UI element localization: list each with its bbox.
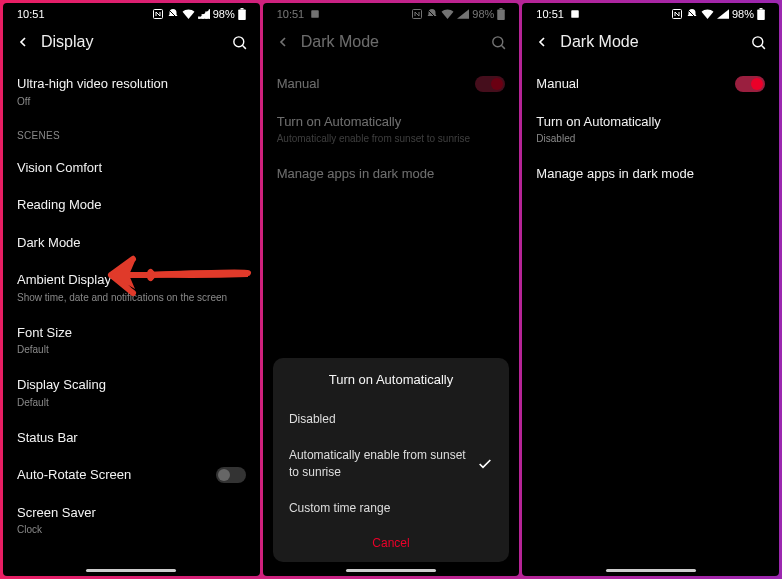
chevron-left-icon [15,34,31,50]
setting-auto-rotate[interactable]: Auto-Rotate Screen [17,456,246,494]
home-indicator[interactable] [606,569,696,572]
three-screenshot-container: 10:51 98% Display Ultra-high video resol… [0,0,782,579]
setting-label: Auto-Rotate Screen [17,466,131,484]
setting-screen-saver[interactable]: Screen Saver Clock [17,494,246,547]
status-time: 10:51 [17,8,45,20]
home-indicator[interactable] [346,569,436,572]
dnd-icon [686,8,698,20]
setting-sub: Disabled [536,132,765,145]
setting-manage-apps[interactable]: Manage apps in dark mode [277,155,506,193]
setting-label: Display Scaling [17,376,246,394]
status-time: 10:51 [277,8,305,20]
back-button[interactable] [534,34,550,50]
setting-sub: Clock [17,523,246,536]
setting-manage-apps[interactable]: Manage apps in dark mode [536,155,765,193]
setting-label: Screen Saver [17,504,246,522]
setting-status-bar[interactable]: Status Bar [17,419,246,457]
search-button[interactable] [750,34,767,51]
back-button[interactable] [15,34,31,50]
setting-display-scaling[interactable]: Display Scaling Default [17,366,246,419]
setting-sub: Show time, date and notifications on the… [17,291,246,304]
home-indicator[interactable] [86,569,176,572]
setting-reading-mode[interactable]: Reading Mode [17,186,246,224]
setting-vision-comfort[interactable]: Vision Comfort [17,149,246,187]
setting-label: Turn on Automatically [536,113,765,131]
toggle-knob [491,78,503,90]
nfc-icon [152,8,164,20]
setting-ambient-display[interactable]: Ambient Display Show time, date and noti… [17,261,246,314]
setting-ultra-high-video[interactable]: Ultra-high video resolution Off [17,65,246,118]
svg-rect-13 [571,10,579,18]
setting-manual[interactable]: Manual [277,65,506,103]
setting-label: Dark Mode [17,234,246,252]
setting-sub: Off [17,95,246,108]
section-header-scenes: SCENES [17,118,246,149]
dialog-option-sunset[interactable]: Automatically enable from sunset to sunr… [289,437,493,489]
setting-sub: Default [17,396,246,409]
search-icon [490,34,507,51]
setting-label: Font Size [17,324,246,342]
dialog-option-custom[interactable]: Custom time range [289,490,493,526]
svg-rect-10 [498,10,506,21]
screenshot-notification-icon [570,9,580,19]
status-icons: 98% [671,8,765,20]
svg-rect-3 [238,10,246,21]
svg-rect-16 [760,8,763,10]
chevron-left-icon [275,34,291,50]
battery-icon [757,8,765,20]
nfc-icon [411,8,423,20]
page-title: Dark Mode [560,33,750,51]
page-header: Dark Mode [263,23,520,65]
svg-point-4 [234,36,244,46]
setting-label: Manual [536,75,579,93]
battery-percent: 98% [732,8,754,20]
setting-manual[interactable]: Manual [536,65,765,103]
phone-screen-3: 10:51 98% Dark Mode Manual [522,3,779,576]
option-label: Automatically enable from sunset to sunr… [289,447,469,479]
setting-turn-on-auto[interactable]: Turn on Automatically Disabled [536,103,765,156]
status-bar: 10:51 98% [263,3,520,23]
search-icon [231,34,248,51]
search-button[interactable] [231,34,248,51]
screenshot-notification-icon [310,9,320,19]
setting-sub: Default [17,343,246,356]
status-icons: 98% [411,8,505,20]
battery-icon [238,8,246,20]
option-label: Disabled [289,411,336,427]
dialog-cancel-button[interactable]: Cancel [289,526,493,554]
back-button[interactable] [275,34,291,50]
wifi-icon [182,9,195,19]
search-button[interactable] [490,34,507,51]
setting-turn-on-auto[interactable]: Turn on Automatically Automatically enab… [277,103,506,156]
setting-sub: Automatically enable from sunset to sunr… [277,132,506,145]
nfc-icon [671,8,683,20]
settings-list: Manual Turn on Automatically Disabled Ma… [522,65,779,576]
svg-rect-17 [757,10,765,21]
toggle-switch[interactable] [735,76,765,92]
dialog-turn-on-auto: Turn on Automatically Disabled Automatic… [273,358,509,562]
toggle-switch[interactable] [475,76,505,92]
status-bar: 10:51 98% [3,3,260,23]
setting-label: Vision Comfort [17,159,246,177]
page-title: Dark Mode [301,33,491,51]
signal-icon [457,9,469,19]
wifi-icon [701,9,714,19]
battery-percent: 98% [213,8,235,20]
setting-label: Manual [277,75,320,93]
dnd-icon [167,8,179,20]
svg-line-12 [502,45,506,49]
battery-icon [497,8,505,20]
svg-point-11 [493,36,503,46]
setting-dark-mode[interactable]: Dark Mode [17,224,246,262]
chevron-left-icon [534,34,550,50]
page-header: Dark Mode [522,23,779,65]
phone-screen-2: 10:51 98% Dark Mode Manual [263,3,520,576]
svg-line-5 [242,45,246,49]
dialog-option-disabled[interactable]: Disabled [289,401,493,437]
phone-screen-1: 10:51 98% Display Ultra-high video resol… [3,3,260,576]
toggle-knob [751,78,763,90]
toggle-switch[interactable] [216,467,246,483]
setting-font-size[interactable]: Font Size Default [17,314,246,367]
option-label: Custom time range [289,500,390,516]
signal-icon [198,9,210,19]
